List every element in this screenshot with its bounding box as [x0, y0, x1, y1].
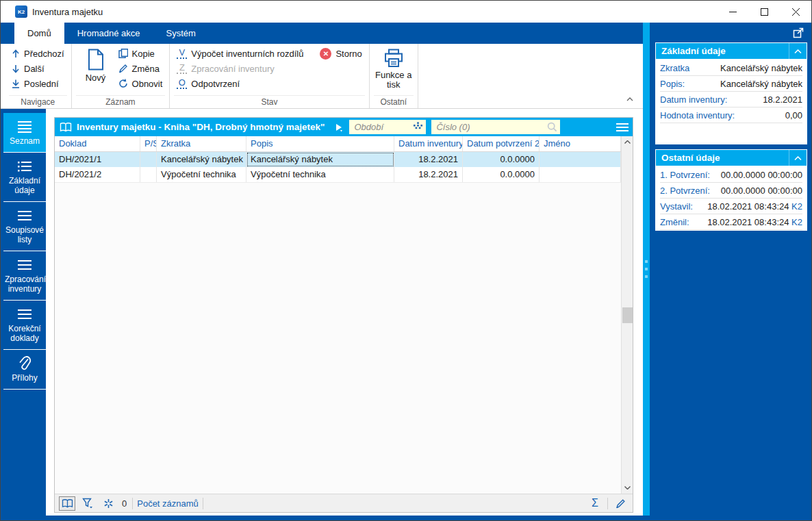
field-value: 00.00.0000 00:00:00 [721, 170, 802, 180]
filter-button[interactable] [79, 496, 96, 511]
previous-button[interactable]: Předchozí [9, 46, 67, 61]
sidebar-item-zakladni-udaje[interactable]: Základní údaje [3, 153, 46, 202]
condition-asterisk-icon[interactable] [100, 496, 116, 511]
letter-o-icon: O [177, 78, 187, 89]
letter-v-icon: V [177, 48, 187, 59]
funkce-a-tisk-button[interactable]: Funkce a tisk [374, 46, 414, 95]
cell-datum-inventury[interactable]: 18.2.2021 [394, 152, 463, 167]
table-row[interactable]: DH/2021/2 Výpočetní technika Výpočetní t… [55, 167, 621, 183]
column-header-ps[interactable]: P/S [140, 136, 157, 151]
tab-hromadne-akce[interactable]: Hromadné akce [64, 23, 153, 44]
panel-splitter[interactable] [643, 23, 650, 516]
close-button[interactable] [780, 1, 811, 23]
quick-edit-button[interactable] [612, 496, 629, 511]
field-row-datum-inventury: Datum inventury: 18.2.2021 [660, 92, 802, 107]
app-window: K2 Inventura majetku Domů Hromadné akce … [0, 0, 812, 521]
grid-empty-area [55, 183, 621, 494]
scrollbar-thumb[interactable] [622, 307, 633, 323]
cell-jmeno[interactable] [540, 152, 621, 167]
sidebar-item-zpracovani-inventury[interactable]: Zpracování inventury [3, 251, 46, 301]
new-document-icon [87, 49, 105, 71]
main-area: Inventury majetku - Kniha "DH, Drobný hm… [46, 109, 643, 516]
list-icon [5, 257, 45, 273]
column-header-popis[interactable]: Popis [246, 136, 394, 151]
tab-system[interactable]: Systém [153, 23, 208, 44]
window-title: Inventura majetku [32, 7, 103, 17]
grid-title: Inventury majetku - Kniha "DH, Drobný hm… [77, 122, 325, 132]
collapse-chevron-button[interactable] [789, 150, 807, 166]
cell-doklad[interactable]: DH/2021/1 [55, 152, 140, 167]
scroll-down-button[interactable] [622, 482, 633, 494]
book-view-toggle-button[interactable] [59, 496, 75, 511]
sidebar-item-korekcni-doklady[interactable]: Korekční doklady [3, 301, 46, 350]
collapse-chevron-button[interactable] [789, 43, 807, 59]
column-header-zkratka[interactable]: Zkratka [157, 136, 246, 151]
last-button[interactable]: Poslední [9, 76, 67, 91]
ribbon-collapse-button[interactable] [626, 93, 633, 103]
edit-button[interactable]: Změna [116, 61, 166, 76]
sum-button[interactable]: Σ [587, 496, 603, 511]
sidebar-item-seznam[interactable]: Seznam [3, 113, 46, 153]
field-row-zmenil: Změnil: 18.02.2021 08:43:24 K2 [660, 214, 802, 230]
minimize-button[interactable] [717, 1, 748, 23]
refresh-button[interactable]: Obnovit [116, 76, 166, 91]
cell-datum-potvrzeni-2[interactable]: 0.0.0000 [463, 152, 540, 167]
sidebar-item-prilohy[interactable]: Přílohy [3, 350, 46, 390]
field-row-popis: Popis: Kancelářský nábytek [660, 76, 802, 92]
cell-popis[interactable]: Výpočetní technika [246, 167, 394, 182]
cell-doklad[interactable]: DH/2021/2 [55, 167, 140, 182]
period-field-wrap [349, 120, 426, 134]
book-switch-button[interactable] [334, 123, 344, 132]
field-row-hodnota-inventury: Hodnota inventury: 0,00 [660, 107, 802, 123]
play-icon [334, 123, 344, 132]
field-value: 18.02.2021 08:43:24 K2 [707, 201, 802, 212]
field-label: 2. Potvrzení: [660, 186, 710, 196]
cell-zkratka[interactable]: Kancelářský nábytek [157, 152, 246, 167]
scroll-up-button[interactable] [622, 136, 633, 148]
field-value: Kancelářský nábytek [720, 63, 802, 73]
ribbon-tab-bar: Domů Hromadné akce Systém [1, 23, 643, 44]
new-button[interactable]: Nový [76, 46, 116, 95]
cell-ps[interactable] [140, 152, 157, 167]
vertical-scrollbar[interactable] [621, 136, 633, 494]
copy-button[interactable]: Kopie [116, 46, 166, 61]
column-header-datum-inventury[interactable]: Datum inventury [394, 136, 463, 151]
period-picker-icon[interactable] [413, 122, 423, 131]
panel-header-zakladni-udaje[interactable]: Základní údaje [656, 43, 807, 59]
search-icon [547, 122, 557, 132]
column-header-jmeno[interactable]: Jméno [540, 136, 621, 151]
tab-domu[interactable]: Domů [14, 23, 64, 44]
grid-menu-button[interactable] [612, 118, 633, 136]
ribbon-group-stav: V Výpočet inventurních rozdílů ✕ Storno … [170, 44, 369, 108]
odpotvrzeni-button[interactable]: O Odpotvrzení [174, 76, 364, 91]
splitter-grip-dot [645, 260, 648, 263]
number-search-input[interactable] [431, 120, 560, 134]
chevron-down-icon [624, 486, 631, 490]
field-row-vystavil: Vystavil: 18.02.2021 08:43:24 K2 [660, 199, 802, 214]
vypocet-rozdilu-button[interactable]: V Výpočet inventurních rozdílů [174, 46, 306, 61]
cell-jmeno[interactable] [540, 167, 621, 182]
group-label-zaznam: Záznam [76, 95, 166, 108]
list-icon [5, 118, 45, 135]
field-label: Změnil: [660, 217, 689, 227]
maximize-button[interactable] [748, 1, 780, 23]
panel-header-ostatni-udaje[interactable]: Ostatní údaje [656, 150, 807, 166]
arrow-down-icon [12, 64, 20, 73]
cell-datum-potvrzeni-2[interactable]: 0.0.0000 [463, 167, 540, 182]
cell-ps[interactable] [140, 167, 157, 182]
chevron-up-icon [626, 97, 633, 101]
storno-button[interactable]: ✕ Storno [317, 46, 364, 61]
cell-popis-focused[interactable]: Kancelářský nábytek [246, 152, 394, 167]
next-button[interactable]: Další [9, 61, 67, 76]
cell-datum-inventury[interactable]: 18.2.2021 [394, 167, 463, 182]
open-in-new-window-icon[interactable] [793, 27, 804, 38]
sidebar-item-soupisove-listy[interactable]: Soupisové listy [3, 202, 46, 251]
field-row-potvrzeni-2: 2. Potvrzení: 00.00.0000 00:00:00 [660, 183, 802, 199]
storno-x-icon: ✕ [320, 48, 331, 60]
field-label: Hodnota inventury: [660, 110, 735, 120]
ribbon: Předchozí Další Poslední [1, 44, 643, 109]
column-header-datum-potvrzeni-2[interactable]: Datum potvrzení 2 [463, 136, 540, 151]
table-row[interactable]: DH/2021/1 Kancelářský nábytek Kancelářsk… [55, 152, 621, 167]
column-header-doklad[interactable]: Doklad [55, 136, 140, 151]
cell-zkratka[interactable]: Výpočetní technika [157, 167, 246, 182]
